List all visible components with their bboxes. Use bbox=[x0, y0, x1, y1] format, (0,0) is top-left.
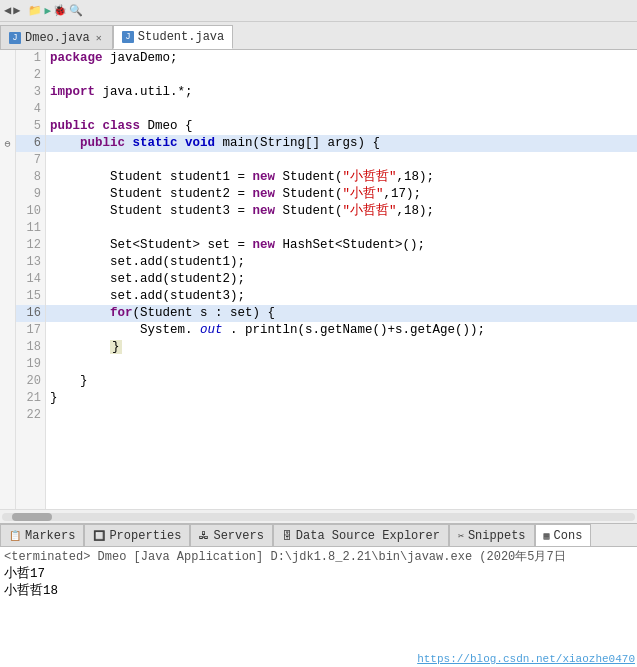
console-area: <terminated> Dmeo [Java Application] D:\… bbox=[0, 547, 637, 667]
fold-empty-19 bbox=[0, 356, 15, 373]
linenum-10: 10 bbox=[16, 203, 45, 220]
code-line-16: for(Student s : set) { bbox=[46, 305, 637, 322]
code-line-15: set.add(student3); bbox=[46, 288, 637, 305]
linenum-13: 13 bbox=[16, 254, 45, 271]
properties-icon: 🔲 bbox=[93, 530, 105, 542]
code-line-18: } bbox=[46, 339, 637, 356]
tab-bar: J Dmeo.java ✕ J Student.java bbox=[0, 22, 637, 50]
toolbar-icon-3[interactable]: 📁 bbox=[28, 4, 42, 17]
console-output-2: 小哲哲18 bbox=[4, 583, 633, 600]
fold-empty-20 bbox=[0, 373, 15, 390]
fold-empty-14 bbox=[0, 271, 15, 288]
code-line-10: Student student3 = new Student("小哲哲",18)… bbox=[46, 203, 637, 220]
code-line-1: package javaDemo; bbox=[46, 50, 637, 67]
fold-empty-7 bbox=[0, 152, 15, 169]
code-line-22 bbox=[46, 407, 637, 424]
linenum-19: 19 bbox=[16, 356, 45, 373]
linenum-21: 21 bbox=[16, 390, 45, 407]
linenum-3: 3 bbox=[16, 84, 45, 101]
toolbar-icon-4[interactable]: ▶ bbox=[44, 4, 51, 17]
btab-snippets[interactable]: ✂ Snippets bbox=[449, 524, 535, 546]
fold-empty-18 bbox=[0, 339, 15, 356]
code-line-5: public class Dmeo { bbox=[46, 118, 637, 135]
btab-datasource[interactable]: 🗄 Data Source Explorer bbox=[273, 524, 449, 546]
tab-icon-dmeo: J bbox=[9, 32, 21, 44]
markers-icon: 📋 bbox=[9, 530, 21, 542]
linenum-17: 17 bbox=[16, 322, 45, 339]
line-numbers: 1 2 3 4 5 6 7 8 9 10 11 12 13 14 15 16 1… bbox=[16, 50, 46, 509]
fold-empty-11 bbox=[0, 220, 15, 237]
code-line-12: Set<Student> set = new HashSet<Student>(… bbox=[46, 237, 637, 254]
linenum-18: 18 bbox=[16, 339, 45, 356]
toolbar-icon-5[interactable]: 🐞 bbox=[53, 4, 67, 17]
toolbar-icon-6[interactable]: 🔍 bbox=[69, 4, 83, 17]
fold-empty-1 bbox=[0, 50, 15, 67]
fold-empty-13 bbox=[0, 254, 15, 271]
btab-properties[interactable]: 🔲 Properties bbox=[84, 524, 190, 546]
btab-console-label: Cons bbox=[554, 529, 583, 543]
code-line-4 bbox=[46, 101, 637, 118]
fold-empty-21 bbox=[0, 390, 15, 407]
code-line-14: set.add(student2); bbox=[46, 271, 637, 288]
fold-empty-3 bbox=[0, 84, 15, 101]
btab-datasource-label: Data Source Explorer bbox=[296, 529, 440, 543]
btab-markers[interactable]: 📋 Markers bbox=[0, 524, 84, 546]
fold-empty-16 bbox=[0, 305, 15, 322]
btab-console[interactable]: ▦ Cons bbox=[535, 524, 592, 546]
code-line-7 bbox=[46, 152, 637, 169]
fold-empty-22 bbox=[0, 407, 15, 424]
code-line-9: Student student2 = new Student("小哲",17); bbox=[46, 186, 637, 203]
code-line-8: Student student1 = new Student("小哲哲",18)… bbox=[46, 169, 637, 186]
servers-icon: 🖧 bbox=[199, 530, 209, 542]
btab-servers[interactable]: 🖧 Servers bbox=[190, 524, 272, 546]
code-line-13: set.add(student1); bbox=[46, 254, 637, 271]
code-line-19 bbox=[46, 356, 637, 373]
linenum-1: 1 bbox=[16, 50, 45, 67]
code-area[interactable]: package javaDemo; import java.util.*; pu… bbox=[46, 50, 637, 509]
scrollbar-track[interactable] bbox=[2, 513, 635, 521]
fold-empty-5 bbox=[0, 118, 15, 135]
btab-snippets-label: Snippets bbox=[468, 529, 526, 543]
toolbar: ◀ ▶ 📁 ▶ 🐞 🔍 bbox=[0, 0, 637, 22]
btab-markers-label: Markers bbox=[25, 529, 75, 543]
snippets-icon: ✂ bbox=[458, 530, 464, 542]
code-line-17: System. out . println(s.getName()+s.getA… bbox=[46, 322, 637, 339]
fold-empty-17 bbox=[0, 322, 15, 339]
fold-empty-10 bbox=[0, 203, 15, 220]
tab-label-student: Student.java bbox=[138, 30, 224, 44]
tab-dmeo[interactable]: J Dmeo.java ✕ bbox=[0, 25, 113, 49]
code-line-6: public static void main(String[] args) { bbox=[46, 135, 637, 152]
linenum-11: 11 bbox=[16, 220, 45, 237]
console-output-1: 小哲17 bbox=[4, 566, 633, 583]
linenum-20: 20 bbox=[16, 373, 45, 390]
tab-student[interactable]: J Student.java bbox=[113, 25, 233, 49]
linenum-5: 5 bbox=[16, 118, 45, 135]
editor-container: ⊖ 1 2 3 4 5 6 7 8 9 10 11 12 13 14 15 16… bbox=[0, 50, 637, 509]
fold-icon-6[interactable]: ⊖ bbox=[0, 135, 15, 152]
linenum-12: 12 bbox=[16, 237, 45, 254]
tab-close-dmeo[interactable]: ✕ bbox=[94, 32, 104, 44]
linenum-9: 9 bbox=[16, 186, 45, 203]
horizontal-scrollbar[interactable] bbox=[0, 509, 637, 523]
watermark: https://blog.csdn.net/xiaozhe0470 bbox=[417, 653, 635, 665]
code-line-20: } bbox=[46, 373, 637, 390]
toolbar-icon-1[interactable]: ◀ bbox=[4, 3, 11, 18]
toolbar-icon-2[interactable]: ▶ bbox=[13, 3, 20, 18]
linenum-15: 15 bbox=[16, 288, 45, 305]
bottom-tab-bar: 📋 Markers 🔲 Properties 🖧 Servers 🗄 Data … bbox=[0, 523, 637, 547]
linenum-2: 2 bbox=[16, 67, 45, 84]
code-line-2 bbox=[46, 67, 637, 84]
code-line-3: import java.util.*; bbox=[46, 84, 637, 101]
code-line-11 bbox=[46, 220, 637, 237]
tab-label-dmeo: Dmeo.java bbox=[25, 31, 90, 45]
btab-servers-label: Servers bbox=[213, 529, 263, 543]
linenum-4: 4 bbox=[16, 101, 45, 118]
fold-empty-9 bbox=[0, 186, 15, 203]
linenum-8: 8 bbox=[16, 169, 45, 186]
linenum-16: 16 bbox=[16, 305, 45, 322]
console-terminated-line: <terminated> Dmeo [Java Application] D:\… bbox=[4, 549, 633, 566]
left-margin: ⊖ bbox=[0, 50, 16, 509]
datasource-icon: 🗄 bbox=[282, 530, 292, 542]
scrollbar-thumb[interactable] bbox=[12, 513, 52, 521]
linenum-6: 6 bbox=[16, 135, 45, 152]
